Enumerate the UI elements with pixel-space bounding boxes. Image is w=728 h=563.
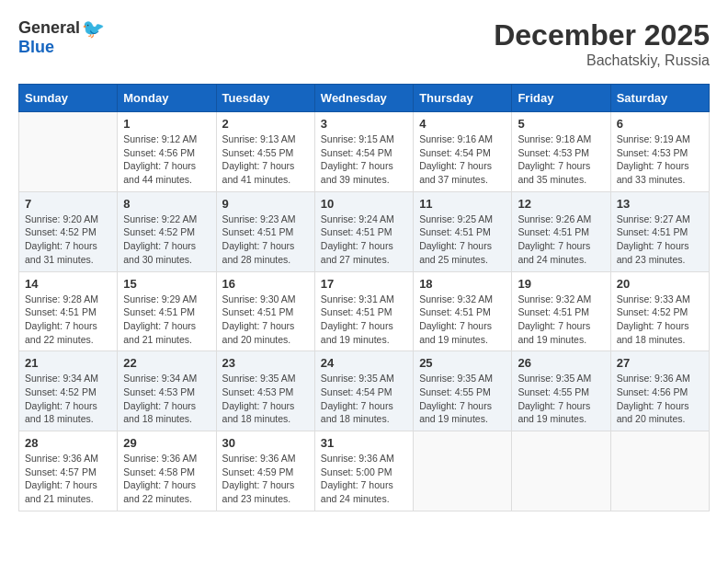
day-number: 18 [419, 277, 506, 291]
calendar-cell: 22Sunrise: 9:34 AM Sunset: 4:53 PM Dayli… [118, 351, 216, 431]
header-tuesday: Tuesday [216, 85, 314, 112]
calendar-cell: 28Sunrise: 9:36 AM Sunset: 4:57 PM Dayli… [19, 431, 118, 511]
day-info: Sunrise: 9:36 AM Sunset: 4:56 PM Dayligh… [617, 372, 703, 426]
day-number: 30 [222, 436, 309, 450]
header-sunday: Sunday [19, 85, 118, 112]
day-info: Sunrise: 9:19 AM Sunset: 4:53 PM Dayligh… [617, 132, 703, 187]
day-number: 19 [518, 277, 604, 291]
calendar-cell: 7Sunrise: 9:20 AM Sunset: 4:52 PM Daylig… [19, 191, 118, 271]
calendar-cell: 13Sunrise: 9:27 AM Sunset: 4:51 PM Dayli… [610, 191, 709, 271]
day-number: 10 [321, 197, 407, 211]
calendar-cell: 18Sunrise: 9:32 AM Sunset: 4:51 PM Dayli… [414, 271, 512, 351]
day-info: Sunrise: 9:12 AM Sunset: 4:56 PM Dayligh… [123, 132, 210, 187]
day-info: Sunrise: 9:30 AM Sunset: 4:51 PM Dayligh… [222, 293, 309, 347]
month-title: December 2025 [494, 18, 710, 52]
calendar-cell: 17Sunrise: 9:31 AM Sunset: 4:51 PM Dayli… [314, 271, 413, 351]
day-info: Sunrise: 9:35 AM Sunset: 4:53 PM Dayligh… [222, 372, 309, 426]
title-area: December 2025 Bachatskiy, Russia [494, 18, 710, 69]
day-info: Sunrise: 9:18 AM Sunset: 4:53 PM Dayligh… [518, 132, 604, 187]
day-info: Sunrise: 9:35 AM Sunset: 4:54 PM Dayligh… [321, 372, 407, 426]
header-friday: Friday [512, 85, 610, 112]
header-thursday: Thursday [414, 85, 512, 112]
day-info: Sunrise: 9:25 AM Sunset: 4:51 PM Dayligh… [419, 213, 506, 267]
calendar-cell: 21Sunrise: 9:34 AM Sunset: 4:52 PM Dayli… [19, 351, 118, 431]
day-number: 23 [222, 356, 309, 370]
calendar-cell: 3Sunrise: 9:15 AM Sunset: 4:54 PM Daylig… [314, 112, 413, 192]
calendar-cell: 10Sunrise: 9:24 AM Sunset: 4:51 PM Dayli… [314, 191, 413, 271]
day-number: 17 [321, 277, 407, 291]
day-number: 3 [321, 117, 407, 131]
calendar-cell: 20Sunrise: 9:33 AM Sunset: 4:52 PM Dayli… [610, 271, 709, 351]
calendar-cell: 1Sunrise: 9:12 AM Sunset: 4:56 PM Daylig… [118, 112, 216, 192]
calendar-table: SundayMondayTuesdayWednesdayThursdayFrid… [18, 84, 710, 511]
day-info: Sunrise: 9:31 AM Sunset: 4:51 PM Dayligh… [321, 293, 407, 347]
calendar-week-row: 21Sunrise: 9:34 AM Sunset: 4:52 PM Dayli… [19, 351, 710, 431]
day-info: Sunrise: 9:13 AM Sunset: 4:55 PM Dayligh… [222, 132, 309, 187]
location-title: Bachatskiy, Russia [494, 52, 710, 69]
day-info: Sunrise: 9:23 AM Sunset: 4:51 PM Dayligh… [222, 213, 309, 267]
calendar-cell: 12Sunrise: 9:26 AM Sunset: 4:51 PM Dayli… [512, 191, 610, 271]
day-number: 25 [419, 356, 506, 370]
day-info: Sunrise: 9:27 AM Sunset: 4:51 PM Dayligh… [617, 213, 703, 267]
day-info: Sunrise: 9:36 AM Sunset: 5:00 PM Dayligh… [321, 452, 407, 506]
calendar-header-row: SundayMondayTuesdayWednesdayThursdayFrid… [19, 85, 710, 112]
day-number: 27 [617, 356, 703, 370]
day-number: 16 [222, 277, 309, 291]
day-number: 15 [123, 277, 210, 291]
day-number: 12 [518, 197, 604, 211]
calendar-cell: 27Sunrise: 9:36 AM Sunset: 4:56 PM Dayli… [610, 351, 709, 431]
calendar-cell: 31Sunrise: 9:36 AM Sunset: 5:00 PM Dayli… [314, 431, 413, 511]
calendar-cell [512, 431, 610, 511]
day-info: Sunrise: 9:29 AM Sunset: 4:51 PM Dayligh… [123, 293, 210, 347]
calendar-week-row: 7Sunrise: 9:20 AM Sunset: 4:52 PM Daylig… [19, 191, 710, 271]
day-number: 2 [222, 117, 309, 131]
calendar-cell: 5Sunrise: 9:18 AM Sunset: 4:53 PM Daylig… [512, 112, 610, 192]
calendar-cell: 16Sunrise: 9:30 AM Sunset: 4:51 PM Dayli… [216, 271, 314, 351]
day-number: 11 [419, 197, 506, 211]
calendar-cell [414, 431, 512, 511]
logo-general: General [18, 19, 80, 38]
day-info: Sunrise: 9:32 AM Sunset: 4:51 PM Dayligh… [518, 293, 604, 347]
calendar-cell: 26Sunrise: 9:35 AM Sunset: 4:55 PM Dayli… [512, 351, 610, 431]
day-number: 20 [617, 277, 703, 291]
day-number: 21 [25, 356, 111, 370]
day-info: Sunrise: 9:36 AM Sunset: 4:59 PM Dayligh… [222, 452, 309, 506]
calendar-cell: 6Sunrise: 9:19 AM Sunset: 4:53 PM Daylig… [610, 112, 709, 192]
day-info: Sunrise: 9:35 AM Sunset: 4:55 PM Dayligh… [518, 372, 604, 426]
calendar-cell: 4Sunrise: 9:16 AM Sunset: 4:54 PM Daylig… [414, 112, 512, 192]
day-info: Sunrise: 9:16 AM Sunset: 4:54 PM Dayligh… [419, 132, 506, 187]
day-number: 13 [617, 197, 703, 211]
day-info: Sunrise: 9:26 AM Sunset: 4:51 PM Dayligh… [518, 213, 604, 267]
day-info: Sunrise: 9:34 AM Sunset: 4:53 PM Dayligh… [123, 372, 210, 426]
day-number: 9 [222, 197, 309, 211]
day-info: Sunrise: 9:36 AM Sunset: 4:57 PM Dayligh… [25, 452, 111, 506]
calendar-cell: 11Sunrise: 9:25 AM Sunset: 4:51 PM Dayli… [414, 191, 512, 271]
day-info: Sunrise: 9:33 AM Sunset: 4:52 PM Dayligh… [617, 293, 703, 347]
calendar-cell: 30Sunrise: 9:36 AM Sunset: 4:59 PM Dayli… [216, 431, 314, 511]
calendar-cell: 9Sunrise: 9:23 AM Sunset: 4:51 PM Daylig… [216, 191, 314, 271]
header-wednesday: Wednesday [314, 85, 413, 112]
calendar-cell: 24Sunrise: 9:35 AM Sunset: 4:54 PM Dayli… [314, 351, 413, 431]
logo-blue: Blue [18, 39, 105, 57]
calendar-cell [19, 112, 118, 192]
calendar-cell: 19Sunrise: 9:32 AM Sunset: 4:51 PM Dayli… [512, 271, 610, 351]
day-number: 5 [518, 117, 604, 131]
day-info: Sunrise: 9:24 AM Sunset: 4:51 PM Dayligh… [321, 213, 407, 267]
day-number: 1 [123, 117, 210, 131]
day-info: Sunrise: 9:22 AM Sunset: 4:52 PM Dayligh… [123, 213, 210, 267]
day-number: 24 [321, 356, 407, 370]
day-info: Sunrise: 9:36 AM Sunset: 4:58 PM Dayligh… [123, 452, 210, 506]
day-info: Sunrise: 9:15 AM Sunset: 4:54 PM Dayligh… [321, 132, 407, 187]
calendar-cell: 23Sunrise: 9:35 AM Sunset: 4:53 PM Dayli… [216, 351, 314, 431]
day-number: 29 [123, 436, 210, 450]
calendar-cell: 29Sunrise: 9:36 AM Sunset: 4:58 PM Dayli… [118, 431, 216, 511]
day-number: 7 [25, 197, 111, 211]
header: General 🐦 Blue December 2025 Bachatskiy,… [18, 18, 710, 69]
day-info: Sunrise: 9:20 AM Sunset: 4:52 PM Dayligh… [25, 213, 111, 267]
header-monday: Monday [118, 85, 216, 112]
calendar-cell: 8Sunrise: 9:22 AM Sunset: 4:52 PM Daylig… [118, 191, 216, 271]
day-number: 31 [321, 436, 407, 450]
logo: General 🐦 Blue [18, 18, 105, 57]
day-number: 8 [123, 197, 210, 211]
day-number: 26 [518, 356, 604, 370]
